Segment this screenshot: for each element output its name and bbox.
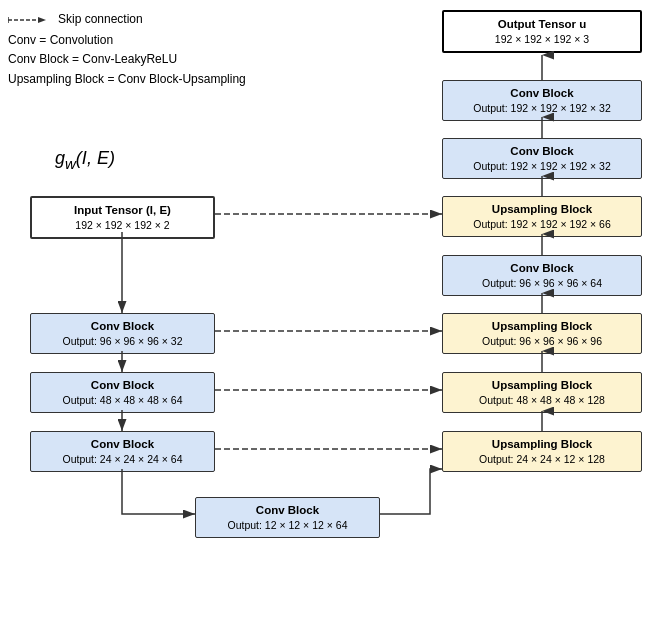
conv-block-mid1: Conv Block Output: 96 × 96 × 96 × 64 bbox=[442, 255, 642, 296]
left-conv3-title: Conv Block bbox=[37, 436, 208, 452]
conv-block-top2-sub: Output: 192 × 192 × 192 × 32 bbox=[449, 159, 635, 174]
upsample-4-sub: Output: 24 × 24 × 12 × 128 bbox=[449, 452, 635, 467]
left-conv1-sub: Output: 96 × 96 × 96 × 32 bbox=[37, 334, 208, 349]
output-tensor-sub: 192 × 192 × 192 × 3 bbox=[450, 32, 634, 47]
diagram-container: Skip connection Conv = Convolution Conv … bbox=[0, 0, 668, 634]
bottom-conv-title: Conv Block bbox=[202, 502, 373, 518]
left-conv3-sub: Output: 24 × 24 × 24 × 64 bbox=[37, 452, 208, 467]
left-conv-block-3: Conv Block Output: 24 × 24 × 24 × 64 bbox=[30, 431, 215, 472]
upsample-block-2: Upsampling Block Output: 96 × 96 × 96 × … bbox=[442, 313, 642, 354]
conv-block-top2-title: Conv Block bbox=[449, 143, 635, 159]
input-tensor-title: Input Tensor (I, E) bbox=[38, 202, 207, 218]
conv-block-top2: Conv Block Output: 192 × 192 × 192 × 32 bbox=[442, 138, 642, 179]
left-conv-block-2: Conv Block Output: 48 × 48 × 48 × 64 bbox=[30, 372, 215, 413]
conv-block-top1: Conv Block Output: 192 × 192 × 192 × 32 bbox=[442, 80, 642, 121]
left-conv1-title: Conv Block bbox=[37, 318, 208, 334]
bottom-conv-block: Conv Block Output: 12 × 12 × 12 × 64 bbox=[195, 497, 380, 538]
conv-block-label: Conv Block = Conv-LeakyReLU bbox=[8, 50, 246, 69]
upsample-1-sub: Output: 192 × 192 × 192 × 66 bbox=[449, 217, 635, 232]
left-conv2-title: Conv Block bbox=[37, 377, 208, 393]
upsample-block-1: Upsampling Block Output: 192 × 192 × 192… bbox=[442, 196, 642, 237]
output-tensor-title: Output Tensor u bbox=[450, 16, 634, 32]
conv-block-top1-title: Conv Block bbox=[449, 85, 635, 101]
input-tensor-block: Input Tensor (I, E) 192 × 192 × 192 × 2 bbox=[30, 196, 215, 239]
svg-marker-1 bbox=[38, 17, 46, 23]
upsample-2-sub: Output: 96 × 96 × 96 × 96 bbox=[449, 334, 635, 349]
bottom-conv-sub: Output: 12 × 12 × 12 × 64 bbox=[202, 518, 373, 533]
conv-block-top1-sub: Output: 192 × 192 × 192 × 32 bbox=[449, 101, 635, 116]
skip-arrow-icon bbox=[8, 13, 52, 27]
input-tensor-sub: 192 × 192 × 192 × 2 bbox=[38, 218, 207, 233]
legend-skip-row: Skip connection bbox=[8, 10, 246, 29]
conv-block-mid1-sub: Output: 96 × 96 × 96 × 64 bbox=[449, 276, 635, 291]
conv-label: Conv = Convolution bbox=[8, 31, 246, 50]
upsample-block-3: Upsampling Block Output: 48 × 48 × 48 × … bbox=[442, 372, 642, 413]
upsample-4-title: Upsampling Block bbox=[449, 436, 635, 452]
output-tensor-block: Output Tensor u 192 × 192 × 192 × 3 bbox=[442, 10, 642, 53]
upsample-2-title: Upsampling Block bbox=[449, 318, 635, 334]
upsample-block-4: Upsampling Block Output: 24 × 24 × 12 × … bbox=[442, 431, 642, 472]
legend: Skip connection Conv = Convolution Conv … bbox=[8, 10, 246, 89]
upsample-3-title: Upsampling Block bbox=[449, 377, 635, 393]
upsample-3-sub: Output: 48 × 48 × 48 × 128 bbox=[449, 393, 635, 408]
upsample-1-title: Upsampling Block bbox=[449, 201, 635, 217]
left-conv-block-1: Conv Block Output: 96 × 96 × 96 × 32 bbox=[30, 313, 215, 354]
gw-label: gw(I, E) bbox=[55, 148, 115, 172]
skip-connection-label: Skip connection bbox=[58, 10, 143, 29]
left-conv2-sub: Output: 48 × 48 × 48 × 64 bbox=[37, 393, 208, 408]
conv-block-mid1-title: Conv Block bbox=[449, 260, 635, 276]
upsampling-block-label: Upsampling Block = Conv Block-Upsampling bbox=[8, 70, 246, 89]
